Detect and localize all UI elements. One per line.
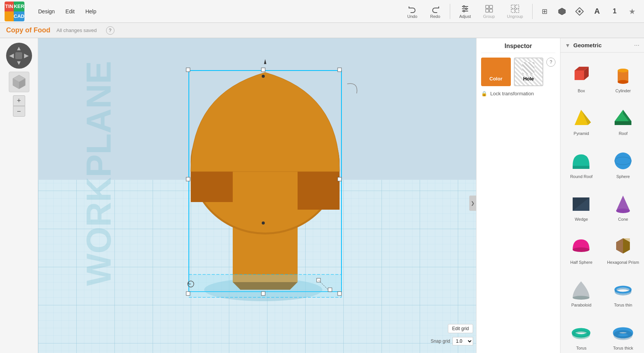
topbar: TIN KER CAD Design Edit Help Undo Redo: [0, 0, 644, 23]
hole-swatch: [522, 62, 535, 74]
inspector-help-button[interactable]: ?: [546, 58, 555, 67]
edit-grid-button[interactable]: Edit grid: [448, 324, 473, 333]
panel-collapse-button[interactable]: ❯: [469, 196, 476, 211]
shape-torus-thin[interactable]: Torus thin: [602, 267, 644, 310]
text-view-button[interactable]: A: [590, 4, 604, 19]
svg-marker-14: [559, 8, 565, 15]
star-view-button[interactable]: ★: [625, 4, 639, 19]
shape-hex-prism-visual: [610, 236, 636, 258]
shape-torus[interactable]: Torus: [560, 310, 602, 353]
svg-marker-50: [575, 71, 584, 80]
svg-rect-35: [186, 68, 190, 72]
logo-cell-ker: KER: [14, 2, 24, 11]
shape-roof[interactable]: Roof: [602, 96, 644, 139]
shape-half-sphere[interactable]: Half Sphere: [560, 224, 602, 267]
project-bar: Copy of Food All changes saved ?: [0, 23, 644, 38]
svg-rect-37: [186, 292, 190, 295]
svg-rect-61: [573, 166, 589, 169]
color-label: Color: [489, 76, 502, 82]
shapes-panel-collapse[interactable]: ⋯: [634, 42, 639, 48]
shape-round-roof-label: Round Roof: [570, 174, 592, 179]
shape-box[interactable]: Box: [560, 53, 602, 96]
shape-hex-prism[interactable]: Hexagonal Prism: [602, 224, 644, 267]
view-cube[interactable]: [9, 72, 29, 92]
lock-row: 🔒 Lock transformation: [481, 91, 555, 96]
svg-rect-44: [328, 288, 332, 292]
svg-rect-9: [489, 9, 493, 12]
project-name[interactable]: Copy of Food: [6, 26, 50, 34]
left-panel: ▲ ◀ ▶ ▼ + −: [0, 38, 38, 353]
canvas-area[interactable]: WORKPLANE: [38, 38, 476, 353]
svg-marker-32: [298, 172, 340, 210]
svg-point-54: [618, 69, 628, 72]
shape-sphere-visual: [610, 150, 636, 173]
shape-paraboloid[interactable]: Paraboloid: [560, 267, 602, 310]
shape-view-button[interactable]: [572, 4, 587, 19]
help-button[interactable]: ?: [106, 26, 114, 35]
nav-arrow-up[interactable]: ▲: [15, 45, 23, 52]
nav-center[interactable]: [15, 52, 22, 59]
inspector-buttons: Color Hole ?: [481, 58, 555, 86]
shape-torus-label: Torus: [576, 346, 586, 350]
svg-rect-40: [186, 177, 190, 181]
navigation-control[interactable]: ▲ ◀ ▶ ▼: [6, 43, 32, 69]
svg-point-4: [465, 8, 467, 10]
svg-point-69: [573, 247, 589, 252]
shape-round-roof-visual: [568, 150, 595, 173]
menu-edit[interactable]: Edit: [61, 6, 79, 17]
svg-rect-7: [489, 5, 493, 8]
menu-design[interactable]: Design: [34, 6, 60, 17]
svg-rect-8: [486, 9, 489, 12]
adjust-button[interactable]: Adjust: [455, 3, 476, 20]
shape-box-label: Box: [578, 88, 585, 93]
svg-rect-12: [511, 9, 515, 13]
nav-arrow-left[interactable]: ◀: [8, 52, 15, 59]
tinkercad-logo[interactable]: TIN KER CAD: [5, 2, 24, 21]
snap-grid-control: Snap grid 1.0 0.5 0.25: [431, 337, 473, 345]
nav-menus: Design Edit Help: [34, 6, 101, 17]
shape-torus-thick[interactable]: Torus thick: [602, 310, 644, 353]
undo-button[interactable]: Undo: [402, 3, 422, 20]
shape-wedge[interactable]: Wedge: [560, 181, 602, 225]
shape-torus-thick-label: Torus thick: [613, 346, 633, 350]
svg-point-73: [573, 296, 589, 300]
shape-round-roof[interactable]: Round Roof: [560, 138, 602, 181]
color-button[interactable]: Color: [481, 58, 511, 86]
hole-button[interactable]: Hole: [514, 58, 544, 86]
toolbar-separator-2: [532, 4, 533, 19]
zoom-out-button[interactable]: −: [13, 106, 25, 117]
grid-view-button[interactable]: ⊞: [537, 4, 552, 19]
snap-grid-select[interactable]: 1.0 0.5 0.25: [452, 337, 473, 345]
group-button[interactable]: Group: [478, 3, 499, 20]
shape-wedge-visual: [568, 193, 595, 215]
shape-pyramid-visual: [568, 107, 595, 130]
shapes-title: Geometric: [573, 42, 602, 48]
snap-grid-label: Snap grid: [431, 339, 450, 344]
zoom-controls: + −: [13, 95, 25, 117]
logo-cell-blank: [5, 11, 14, 21]
nav-arrow-right[interactable]: ▶: [23, 52, 30, 59]
shape-paraboloid-visual: [568, 278, 595, 301]
canvas-svg: WORKPLANE: [38, 38, 476, 353]
shape-half-sphere-label: Half Sphere: [570, 260, 592, 265]
menu-help[interactable]: Help: [81, 6, 101, 17]
svg-point-16: [578, 10, 581, 13]
inspector-title: Inspector: [481, 43, 555, 53]
nav-arrow-down[interactable]: ▼: [15, 59, 23, 67]
ungroup-button[interactable]: Ungroup: [502, 3, 528, 20]
shape-cylinder[interactable]: Cylinder: [602, 53, 644, 96]
cube-view-button[interactable]: [555, 4, 569, 19]
toolbar-right: Undo Redo Adjust: [402, 3, 639, 20]
shape-pyramid[interactable]: Pyramid: [560, 96, 602, 139]
logo-cell-tin: TIN: [5, 2, 14, 11]
color-swatch: [490, 62, 502, 74]
number-view-button[interactable]: 1: [607, 4, 622, 19]
zoom-in-button[interactable]: +: [13, 95, 25, 106]
svg-rect-13: [515, 9, 519, 13]
shape-half-sphere-visual: [568, 236, 595, 258]
redo-button[interactable]: Redo: [425, 3, 445, 20]
shape-sphere[interactable]: Sphere: [602, 138, 644, 181]
shape-cone[interactable]: Cone: [602, 181, 644, 225]
nav-arrow-ne: [23, 45, 30, 52]
shape-torus-visual: [568, 321, 595, 344]
